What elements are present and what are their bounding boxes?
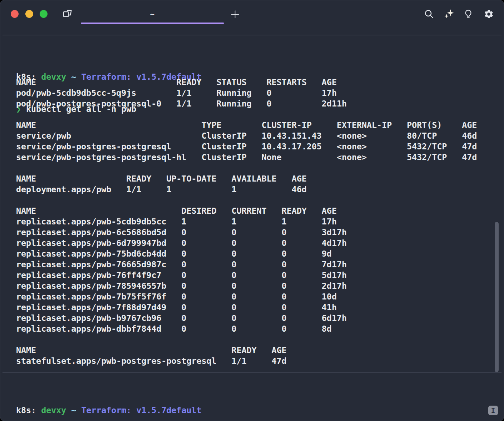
scrollbar-thumb[interactable] — [495, 222, 499, 372]
input-mode-letter: I — [491, 406, 495, 415]
active-tab-indicator — [81, 23, 224, 24]
titlebar-divider — [3, 35, 501, 35]
gear-icon — [484, 9, 494, 19]
lightbulb-icon — [463, 9, 473, 19]
ai-assistant-button[interactable] — [443, 8, 455, 20]
prompt-context: devxy — [41, 405, 66, 415]
overlapping-panes-icon — [61, 8, 74, 20]
plus-icon — [230, 10, 240, 19]
prompt-line: k8s: devxy ~ Terraform: v1.5.7default — [16, 405, 201, 416]
input-mode-indicator: I — [488, 406, 498, 415]
maximize-window-button[interactable] — [40, 10, 48, 18]
search-icon — [424, 9, 434, 19]
workflows-button[interactable] — [60, 7, 75, 21]
tips-button[interactable] — [463, 8, 474, 20]
prompt-label: k8s: — [16, 405, 36, 415]
search-button[interactable] — [423, 8, 435, 20]
prompt-terraform-version: Terraform: v1.5.7default — [81, 405, 201, 415]
tab-home[interactable]: ~ — [81, 4, 224, 25]
minimize-window-button[interactable] — [25, 10, 33, 18]
sparkles-icon — [444, 9, 454, 19]
close-window-button[interactable] — [11, 10, 19, 18]
settings-button[interactable] — [483, 8, 494, 20]
new-tab-button[interactable] — [229, 8, 241, 20]
titlebar: ~ — [0, 0, 504, 35]
prompt-cwd: ~ — [71, 405, 76, 415]
command-output: NAME READY STATUS RESTARTS AGE pod/pwb-5… — [16, 77, 477, 366]
terminal-window: ~ — [0, 0, 504, 421]
tab-title: ~ — [81, 10, 224, 19]
current-prompt-block: k8s: devxy ~ Terraform: v1.5.7default ❯ — [16, 383, 201, 421]
block-divider — [3, 372, 501, 373]
